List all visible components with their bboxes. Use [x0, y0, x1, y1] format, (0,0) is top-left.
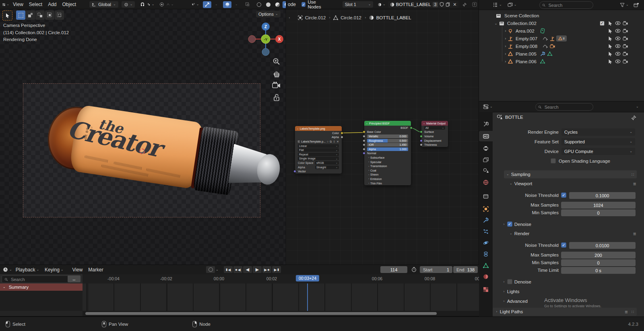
- viewport-options-dropdown[interactable]: Options ⌄: [256, 11, 281, 17]
- pivot-point-dropdown[interactable]: ⌄: [122, 1, 135, 8]
- material-slot-dropdown[interactable]: Slot 1 ⌄: [343, 1, 374, 8]
- gizmos-dropdown[interactable]: ⌄: [211, 1, 220, 8]
- timeline-scrollbar-thumb[interactable]: [85, 312, 437, 315]
- outliner[interactable]: ⌄ ⌄ ⌄ Scene Collection: [479, 0, 644, 101]
- overlays-toggle[interactable]: [223, 1, 231, 8]
- select-box-subtract-button[interactable]: [35, 10, 45, 20]
- viewport-noise-threshold-field[interactable]: 0.1000: [569, 192, 636, 199]
- disable-render-camera-icon[interactable]: [623, 52, 628, 56]
- panel-coat[interactable]: ⌄Coat: [364, 168, 411, 173]
- chevron-down-icon[interactable]: ⌄: [216, 268, 219, 271]
- search-input[interactable]: [548, 2, 590, 8]
- lights-panel-row[interactable]: ⌄ Lights: [502, 289, 519, 294]
- menu-playback[interactable]: Playback⌄: [13, 265, 42, 274]
- constraint-icon[interactable]: [543, 36, 548, 41]
- parent-node-tree-button[interactable]: [470, 1, 479, 8]
- tab-texture[interactable]: [479, 284, 493, 295]
- empty-data-icon[interactable]: [550, 36, 555, 41]
- tab-constraints[interactable]: [479, 249, 493, 259]
- pack-icon[interactable]: ⇩: [333, 140, 335, 143]
- preset-menu-icon[interactable]: ≣: [633, 232, 637, 236]
- viewport-denoise-row[interactable]: ⌄ ✓ Denoise: [502, 221, 531, 227]
- tab-render[interactable]: [479, 131, 493, 141]
- unlink-icon[interactable]: ✕: [336, 140, 339, 143]
- denoise-checkbox-checked[interactable]: ✓: [507, 221, 512, 227]
- tab-world[interactable]: [479, 177, 493, 188]
- input-socket-normal[interactable]: [363, 152, 365, 155]
- chevron-down-icon[interactable]: ⌄: [636, 105, 639, 108]
- editor-type-button[interactable]: ⌄: [2, 266, 13, 273]
- select-box-invert-button[interactable]: [45, 10, 54, 20]
- editor-type-button[interactable]: ⌄: [2, 1, 10, 8]
- preset-menu-icon[interactable]: ≣: [633, 182, 637, 186]
- breadcrumb-data[interactable]: Circle.012: [341, 15, 361, 20]
- pin-icon[interactable]: [462, 2, 467, 7]
- viewport-pan-button[interactable]: [272, 69, 281, 78]
- outliner-row-collection-002[interactable]: ⌄ Collection.002 ✓: [479, 19, 644, 27]
- render-subsection-header[interactable]: ⌄ Render ≣: [510, 231, 637, 236]
- render-min-samples-field[interactable]: 0: [561, 259, 636, 266]
- metallic-slider[interactable]: Metallic 0.000: [367, 134, 408, 138]
- viewport-zoom-button[interactable]: [272, 57, 281, 66]
- mesh-data-icon[interactable]: [547, 52, 552, 56]
- panel-specular[interactable]: ⌄Specular: [364, 160, 411, 164]
- properties-editor[interactable]: ⌄ ⌄ B: [479, 101, 644, 317]
- outliner-row-plane-006[interactable]: ⌄ Plane.006: [479, 58, 644, 65]
- outliner-row-empty-008[interactable]: ⌄ Empty.008: [479, 42, 644, 50]
- target-dropdown[interactable]: All⌄: [424, 126, 445, 130]
- select-box-new-button[interactable]: [16, 10, 25, 20]
- mesh-badge[interactable]: 8: [556, 35, 567, 41]
- search-input[interactable]: [10, 277, 68, 282]
- prev-keyframe-button[interactable]: ◆◀: [233, 266, 242, 273]
- panel-subsurface[interactable]: ⌄Subsurface: [364, 155, 411, 160]
- tab-modifiers[interactable]: [479, 215, 493, 225]
- image-datablock-row[interactable]: LabelsTemplate.p... ○ ⧉ ⇩ ✕: [295, 139, 342, 144]
- tab-physics[interactable]: [479, 238, 493, 248]
- 3d-viewport[interactable]: SE BOX CKUP the Creator Camera Perspecti…: [0, 0, 286, 265]
- advanced-panel-row[interactable]: ⌄ Advanced: [502, 299, 528, 304]
- start-frame-field[interactable]: Start 1: [420, 266, 452, 273]
- disable-render-camera-icon[interactable]: [623, 36, 628, 41]
- viewport-lock-button[interactable]: [273, 93, 280, 101]
- summary-channel[interactable]: ⌄ Summary: [0, 283, 83, 291]
- playhead[interactable]: [307, 283, 308, 311]
- disable-render-camera-icon[interactable]: [623, 44, 628, 48]
- proportional-edit-button[interactable]: [157, 1, 166, 8]
- selectable-icon[interactable]: [608, 29, 613, 33]
- input-socket-volume[interactable]: [420, 135, 423, 138]
- filter-dropdown[interactable]: ⌄: [619, 2, 630, 8]
- modifier-wrench-icon[interactable]: [540, 52, 545, 56]
- menu-view[interactable]: View: [10, 0, 26, 9]
- current-frame-field[interactable]: 114: [380, 266, 407, 273]
- hide-eye-icon[interactable]: [615, 29, 621, 33]
- input-socket-alpha[interactable]: [363, 148, 365, 151]
- alpha-mode-dropdown[interactable]: Straight⌄: [315, 166, 339, 169]
- current-frame-badge[interactable]: 00:03+24: [296, 275, 319, 281]
- editor-type-button[interactable]: ⌄: [492, 2, 503, 8]
- tab-scene[interactable]: [479, 165, 493, 176]
- noise-threshold-checkbox[interactable]: ✓: [561, 242, 566, 248]
- input-socket-displacement[interactable]: [420, 139, 423, 142]
- drag-handle-icon[interactable]: ∷: [632, 172, 634, 177]
- selectable-icon[interactable]: [608, 59, 613, 64]
- next-keyframe-button[interactable]: ▶◆: [262, 266, 271, 273]
- mesh-data-icon[interactable]: [540, 59, 545, 64]
- tab-collection-props[interactable]: [479, 191, 493, 201]
- render-engine-dropdown[interactable]: Cycles⌄: [561, 128, 635, 136]
- color-space-dropdown[interactable]: sRGB⌄: [315, 161, 339, 165]
- duplicate-icon[interactable]: ⧉: [330, 140, 332, 143]
- constraint-icon[interactable]: [543, 44, 548, 48]
- sampling-section-header[interactable]: ⌄ Sampling ∷: [504, 170, 637, 178]
- panel-thin-film[interactable]: ⌄Thin Film: [364, 181, 411, 186]
- breadcrumb-object[interactable]: Circle.012: [305, 15, 326, 20]
- panel-sheen[interactable]: ⌄Sheen: [364, 173, 411, 177]
- output-node-header[interactable]: ⌄ Material Output: [421, 121, 448, 126]
- image-node-header[interactable]: ⌄ LabelsTemplate.png: [295, 126, 342, 131]
- interpolation-dropdown[interactable]: Linear⌄: [298, 144, 339, 148]
- projection-dropdown[interactable]: Flat⌄: [298, 148, 339, 152]
- gizmos-toggle[interactable]: [203, 1, 211, 8]
- outliner-row-area-002[interactable]: ⌄ Area.002: [479, 27, 644, 35]
- viewport-camera-view-button[interactable]: [272, 81, 281, 89]
- browse-material-button[interactable]: ⌄: [377, 1, 386, 8]
- device-dropdown[interactable]: GPU Compute⌄: [561, 148, 635, 155]
